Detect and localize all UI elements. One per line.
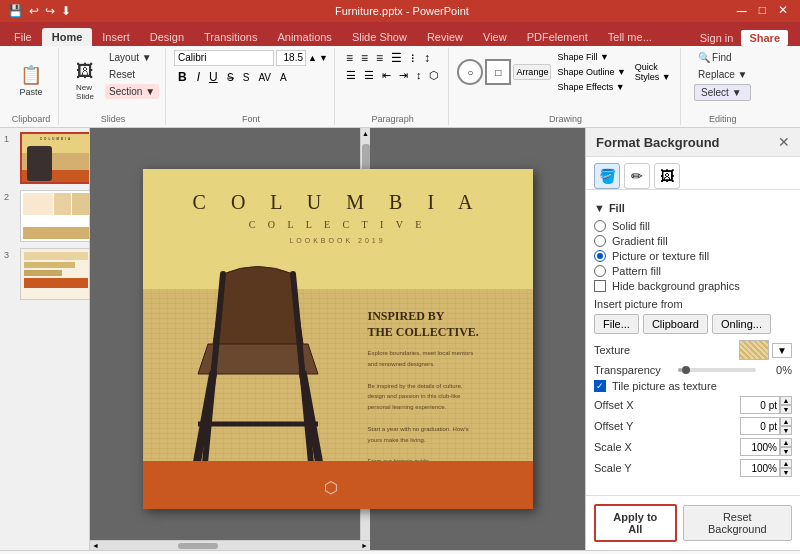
slide-thumb-2[interactable] [20, 190, 90, 242]
pattern-fill-radio[interactable] [594, 265, 606, 277]
scale-y-down[interactable]: ▼ [780, 468, 792, 477]
line-spacing-button[interactable]: ↕ [413, 68, 425, 83]
window-controls[interactable]: ─ □ ✕ [733, 3, 792, 19]
tab-view[interactable]: View [473, 28, 517, 46]
shape-outline-button[interactable]: Shape Outline ▼ [553, 65, 629, 79]
minimize-btn[interactable]: ─ [737, 3, 747, 19]
tab-pdfelement[interactable]: PDFelement [517, 28, 598, 46]
slide-thumbnail-3[interactable]: 3 [20, 248, 85, 300]
rect-shape[interactable]: □ [485, 59, 511, 85]
slide-thumb-3[interactable] [20, 248, 90, 300]
align-right-button[interactable]: ≡ [373, 50, 386, 66]
sign-in-link[interactable]: Sign in [700, 32, 734, 44]
text-direction-button[interactable]: ↕ [421, 50, 433, 66]
shape-effects-button[interactable]: Shape Effects ▼ [553, 80, 629, 94]
effects-tab[interactable]: ✏ [624, 163, 650, 189]
offset-y-up[interactable]: ▲ [780, 417, 792, 426]
scale-y-up[interactable]: ▲ [780, 459, 792, 468]
offset-x-input[interactable] [740, 396, 780, 414]
tab-slideshow[interactable]: Slide Show [342, 28, 417, 46]
offset-y-input[interactable] [740, 417, 780, 435]
horizontal-scrollbar[interactable]: ◄ ► [90, 540, 370, 550]
picture-texture-radio[interactable] [594, 250, 606, 262]
tile-picture-option[interactable]: ✓ Tile picture as texture [594, 380, 792, 392]
section-button[interactable]: Section ▼ [105, 84, 159, 99]
picture-texture-option[interactable]: Picture or texture fill [594, 250, 792, 262]
scale-y-spinbox[interactable]: ▲ ▼ [740, 459, 792, 477]
slide-thumb-active[interactable]: COLUMBIA [20, 132, 90, 184]
scroll-left-btn[interactable]: ◄ [90, 542, 101, 549]
solid-fill-radio[interactable] [594, 220, 606, 232]
tab-file[interactable]: File [4, 28, 42, 46]
offset-y-down[interactable]: ▼ [780, 426, 792, 435]
offset-x-spinbox[interactable]: ▲ ▼ [740, 396, 792, 414]
reset-button[interactable]: Reset [105, 67, 159, 82]
new-slide-button[interactable]: 🖼 New Slide [67, 58, 103, 104]
font-color-button[interactable]: A [277, 71, 290, 84]
format-panel-close[interactable]: ✕ [778, 134, 790, 150]
oval-shape[interactable]: ○ [457, 59, 483, 85]
tab-animations[interactable]: Animations [267, 28, 341, 46]
indent-increase-button[interactable]: ⇥ [396, 68, 411, 83]
scale-x-spinbox[interactable]: ▲ ▼ [740, 438, 792, 456]
strikethrough-button[interactable]: S̶ [224, 70, 237, 85]
share-btn[interactable]: Share [741, 30, 788, 46]
justify-button[interactable]: ☰ [388, 50, 405, 66]
tab-transitions[interactable]: Transitions [194, 28, 267, 46]
image-tab[interactable]: 🖼 [654, 163, 680, 189]
font-family-input[interactable]: Calibri [174, 50, 274, 66]
italic-button[interactable]: I [194, 69, 203, 85]
tab-design[interactable]: Design [140, 28, 194, 46]
font-size-input[interactable]: 18.5 [276, 50, 306, 66]
bold-button[interactable]: B [174, 68, 191, 86]
replace-button[interactable]: Replace ▼ [694, 67, 751, 82]
hide-bg-checkbox[interactable] [594, 280, 606, 292]
slide-thumbnail-2[interactable]: 2 [20, 190, 85, 242]
clipboard-button[interactable]: Clipboard [643, 314, 708, 334]
select-button[interactable]: Select ▼ [694, 84, 751, 101]
hide-bg-option[interactable]: Hide background graphics [594, 280, 792, 292]
indent-decrease-button[interactable]: ⇤ [379, 68, 394, 83]
paste-button[interactable]: 📋 Paste [13, 61, 49, 100]
align-left-button[interactable]: ≡ [343, 50, 356, 66]
underline-button[interactable]: U [206, 69, 221, 85]
online-button[interactable]: Onling... [712, 314, 771, 334]
texture-dropdown[interactable]: ▼ [772, 343, 792, 358]
scroll-up-btn[interactable]: ▲ [360, 128, 371, 139]
layout-button[interactable]: Layout ▼ [105, 50, 159, 65]
tab-review[interactable]: Review [417, 28, 473, 46]
solid-fill-option[interactable]: Solid fill [594, 220, 792, 232]
convert-to-smartart-button[interactable]: ⬡ [426, 68, 442, 83]
columns-button[interactable]: ⫶ [407, 50, 419, 66]
quick-styles-button[interactable]: QuickStyles ▼ [632, 61, 674, 83]
char-spacing-button[interactable]: AV [255, 71, 274, 84]
redo-icon[interactable]: ↪ [45, 4, 55, 18]
pattern-fill-option[interactable]: Pattern fill [594, 265, 792, 277]
gradient-fill-option[interactable]: Gradient fill [594, 235, 792, 247]
apply-to-all-button[interactable]: Apply to All [594, 504, 677, 542]
slide-panel[interactable]: 1 COLUMBIA 2 3 [0, 128, 90, 550]
fill-section-header[interactable]: ▼ Fill [594, 202, 792, 214]
scale-x-input[interactable] [740, 438, 780, 456]
offset-x-down[interactable]: ▼ [780, 405, 792, 414]
font-size-up[interactable]: ▲ [308, 53, 317, 63]
offset-y-spinbox[interactable]: ▲ ▼ [740, 417, 792, 435]
scale-x-up[interactable]: ▲ [780, 438, 792, 447]
transparency-slider[interactable] [678, 368, 756, 372]
maximize-btn[interactable]: □ [759, 3, 766, 19]
close-btn[interactable]: ✕ [778, 3, 788, 19]
numbering-button[interactable]: ☰ [361, 68, 377, 83]
shadow-button[interactable]: S [240, 71, 253, 84]
fill-tab[interactable]: 🪣 [594, 163, 620, 189]
align-center-button[interactable]: ≡ [358, 50, 371, 66]
scale-y-input[interactable] [740, 459, 780, 477]
scale-x-down[interactable]: ▼ [780, 447, 792, 456]
tab-tell-me[interactable]: Tell me... [598, 28, 662, 46]
tile-checkbox[interactable]: ✓ [594, 380, 606, 392]
find-button[interactable]: 🔍 Find [694, 50, 751, 65]
save-icon[interactable]: 💾 [8, 4, 23, 18]
tab-insert[interactable]: Insert [92, 28, 140, 46]
font-size-down[interactable]: ▼ [319, 53, 328, 63]
undo-icon[interactable]: ↩ [29, 4, 39, 18]
slider-thumb[interactable] [682, 366, 690, 374]
